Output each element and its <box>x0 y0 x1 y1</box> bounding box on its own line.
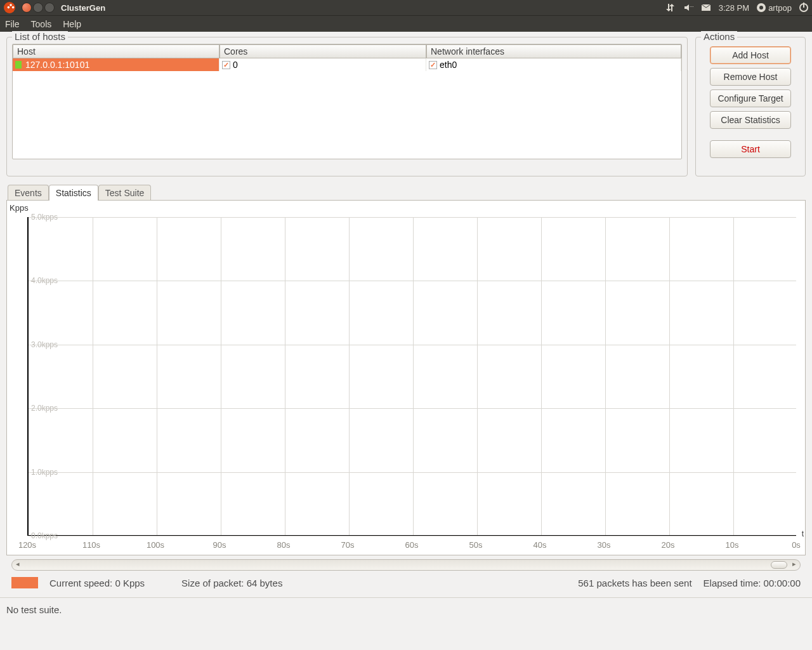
x-tick: 60s <box>405 540 419 550</box>
x-tick: 110s <box>82 540 100 550</box>
cores-value: 0 <box>233 60 238 70</box>
user-icon <box>757 3 766 12</box>
hosts-table: Host Cores Network interfaces 127.0.0.1:… <box>12 44 682 159</box>
network-icon[interactable] <box>665 3 676 13</box>
menu-tools[interactable]: Tools <box>31 19 52 29</box>
y-tick: 1.0kpps <box>31 468 58 477</box>
cell-cores: 0 <box>219 58 426 71</box>
x-tick: 100s <box>147 540 164 550</box>
net-value: eth0 <box>440 60 457 70</box>
tab-bar: Events Statistics Test Suite <box>6 184 806 200</box>
x-tick: 10s <box>726 540 739 550</box>
clock[interactable]: 3:28 PM <box>719 3 749 13</box>
y-tick: 3.0kpps <box>31 340 58 349</box>
actions-legend: Actions <box>701 31 737 42</box>
chart-plot-area: 5.0kpps4.0kpps3.0kpps2.0kpps1.0kpps0.0kp… <box>27 217 796 536</box>
x-tick: 30s <box>598 540 611 550</box>
window-buttons <box>22 3 55 13</box>
mail-icon[interactable] <box>701 3 711 13</box>
tab-test-suite[interactable]: Test Suite <box>98 185 151 201</box>
menu-bar: File Tools Help <box>0 15 812 32</box>
actions-frame: Actions Add Host Remove Host Configure T… <box>695 37 806 176</box>
window-minimize-button[interactable] <box>33 3 43 13</box>
ubuntu-logo-icon[interactable] <box>4 2 15 13</box>
window-maximize-button[interactable] <box>44 3 55 13</box>
start-button[interactable]: Start <box>710 140 791 158</box>
y-tick: 4.0kpps <box>31 276 58 285</box>
status-row: Current speed: 0 Kpps Size of packet: 64… <box>6 571 806 592</box>
net-checkbox[interactable] <box>429 61 437 69</box>
hosts-frame: List of hosts Host Cores Network interfa… <box>6 37 688 176</box>
col-header-cores[interactable]: Cores <box>219 44 426 58</box>
col-header-net[interactable]: Network interfaces <box>426 44 681 58</box>
cell-host: 127.0.0.1:10101 <box>13 58 219 71</box>
chart-scrollbar[interactable] <box>11 559 801 571</box>
x-tick: 50s <box>469 540 483 550</box>
packet-size: Size of packet: 64 bytes <box>181 578 282 588</box>
remove-host-button[interactable]: Remove Host <box>710 68 791 86</box>
y-tick: 5.0kpps <box>31 213 58 222</box>
tab-statistics[interactable]: Statistics <box>49 185 98 201</box>
tab-events[interactable]: Events <box>8 185 49 201</box>
elapsed-time: Elapsed time: 00:00:00 <box>704 578 801 588</box>
x-tick: 90s <box>213 540 226 550</box>
scrollbar-thumb[interactable] <box>771 561 787 569</box>
window-close-button[interactable] <box>22 3 32 13</box>
system-bar: ClusterGen ··· 3:28 PM artpop <box>0 0 812 15</box>
cores-checkbox[interactable] <box>222 61 230 69</box>
clear-statistics-button[interactable]: Clear Statistics <box>710 111 791 129</box>
menu-help[interactable]: Help <box>63 19 81 29</box>
col-header-host[interactable]: Host <box>13 44 219 58</box>
x-tick: 0s <box>792 540 801 550</box>
power-icon[interactable] <box>799 3 808 12</box>
chart-y-label: Kpps <box>10 203 29 213</box>
user-menu[interactable]: artpop <box>757 3 792 13</box>
table-row[interactable]: 127.0.0.1:10101 0 eth0 <box>13 58 681 71</box>
user-name: artpop <box>768 3 792 13</box>
current-speed: Current speed: 0 Kpps <box>49 578 145 588</box>
chart-panel: Kpps t 5.0kpps4.0kpps3.0kpps2.0kpps1.0kp… <box>6 200 806 555</box>
x-tick: 120s <box>18 540 36 550</box>
chart-x-label: t <box>802 529 804 538</box>
add-host-button[interactable]: Add Host <box>710 46 791 64</box>
x-tick: 20s <box>662 540 675 550</box>
host-address: 127.0.0.1:10101 <box>25 60 89 70</box>
configure-target-button[interactable]: Configure Target <box>710 90 791 107</box>
series-color-swatch <box>11 577 38 588</box>
x-tick: 40s <box>534 540 547 550</box>
cell-net: eth0 <box>426 58 681 71</box>
host-status-swatch <box>15 61 22 69</box>
x-tick: 70s <box>341 540 355 550</box>
svg-text:···: ··· <box>690 4 693 10</box>
volume-icon[interactable]: ··· <box>683 3 693 13</box>
footer-status: No test suite. <box>0 597 812 623</box>
hosts-legend: List of hosts <box>12 31 68 42</box>
y-tick: 2.0kpps <box>31 404 58 413</box>
menu-file[interactable]: File <box>5 19 20 29</box>
hosts-header-row: Host Cores Network interfaces <box>13 44 681 58</box>
app-title: ClusterGen <box>61 3 105 13</box>
x-tick: 80s <box>277 540 291 550</box>
system-tray: ··· 3:28 PM artpop <box>665 3 808 13</box>
packets-sent: 561 packets has been sent <box>578 578 691 588</box>
y-tick: 0.0kpps <box>31 531 58 540</box>
